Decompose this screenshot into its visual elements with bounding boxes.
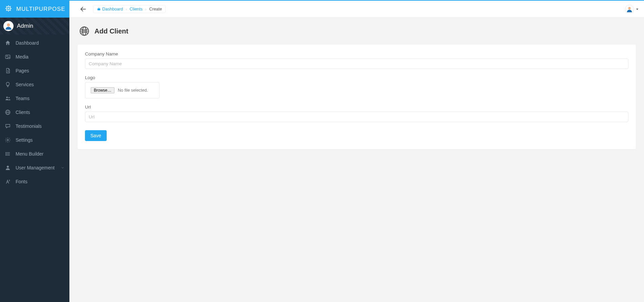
user-icon: [5, 165, 11, 171]
brand[interactable]: MULTIPURPOSE: [0, 1, 69, 18]
gear-icon: [5, 137, 11, 143]
svg-point-21: [7, 139, 9, 141]
sidebar-item-label: Menu Builder: [16, 151, 44, 157]
content: Add Client Company Name Logo Browse… No …: [69, 18, 644, 155]
sidebar-user-name: Admin: [17, 23, 33, 29]
sidebar-item-user-management[interactable]: User Management: [0, 161, 69, 175]
sidebar-item-dashboard[interactable]: Dashboard: [0, 36, 69, 50]
users-icon: [5, 95, 11, 101]
svg-point-13: [7, 56, 7, 56]
company-name-label: Company Name: [85, 51, 628, 56]
sidebar-item-menu-builder[interactable]: Menu Builder: [0, 147, 69, 161]
page-header: Add Client: [79, 26, 636, 37]
file-icon: [5, 68, 11, 74]
sidebar-item-label: Settings: [16, 137, 33, 143]
sidebar-item-label: Media: [16, 54, 28, 60]
chevron-down-icon: [61, 166, 65, 170]
breadcrumb: Dashboard › Clients › Create: [93, 5, 166, 13]
sidebar-item-services[interactable]: Services: [0, 77, 69, 91]
svg-point-16: [6, 96, 8, 98]
topbar: Dashboard › Clients › Create: [69, 1, 644, 18]
page-title: Add Client: [94, 27, 128, 35]
globe-icon: [5, 109, 11, 115]
file-status: No file selected.: [118, 88, 148, 93]
svg-point-25: [6, 152, 6, 153]
breadcrumb-dashboard[interactable]: Dashboard: [97, 7, 123, 11]
save-button[interactable]: Save: [85, 130, 107, 141]
sidebar-item-label: Services: [16, 82, 34, 87]
sidebar-item-fonts[interactable]: Fonts: [0, 175, 69, 188]
company-name-input[interactable]: [85, 59, 628, 69]
svg-marker-35: [636, 8, 638, 10]
wheel-icon: [5, 5, 16, 14]
breadcrumb-separator: ›: [145, 7, 147, 11]
list-icon: [5, 151, 11, 157]
logo-file-picker: Browse… No file selected.: [85, 82, 159, 98]
form-card: Company Name Logo Browse… No file select…: [78, 45, 636, 149]
chat-icon: [5, 123, 11, 129]
svg-rect-32: [98, 8, 100, 10]
field-logo: Logo Browse… No file selected.: [85, 75, 628, 98]
sidebar-item-label: Clients: [16, 110, 30, 115]
main: Dashboard › Clients › Create: [69, 1, 644, 302]
sidebar-item-pages[interactable]: Pages: [0, 64, 69, 77]
sidebar-item-label: User Management: [16, 165, 55, 170]
svg-point-11: [7, 23, 10, 26]
svg-point-17: [8, 97, 9, 98]
sidebar-item-testimonials[interactable]: Testimonials: [0, 119, 69, 133]
breadcrumb-label: Clients: [130, 7, 143, 11]
sidebar-user[interactable]: Admin: [0, 18, 69, 34]
svg-point-26: [6, 154, 6, 154]
caret-down-icon: [636, 8, 639, 10]
avatar: [3, 21, 14, 31]
svg-point-1: [8, 7, 9, 9]
sidebar-item-label: Fonts: [16, 179, 27, 184]
sidebar-item-teams[interactable]: Teams: [0, 91, 69, 105]
sidebar-item-settings[interactable]: Settings: [0, 133, 69, 147]
field-company-name: Company Name: [85, 51, 628, 69]
logo-label: Logo: [85, 75, 628, 80]
breadcrumb-current: Create: [149, 7, 162, 11]
svg-point-34: [628, 7, 630, 9]
image-icon: [5, 54, 11, 60]
sidebar-nav: Dashboard Media Pages Services: [0, 34, 69, 188]
sidebar-item-clients[interactable]: Clients: [0, 105, 69, 119]
sidebar: MULTIPURPOSE Admin Dashboard: [0, 1, 69, 302]
user-menu[interactable]: [625, 5, 639, 14]
sidebar-item-label: Testimonials: [16, 123, 42, 129]
globe-icon: [79, 26, 90, 37]
avatar: [625, 5, 634, 14]
field-url: Url: [85, 104, 628, 122]
breadcrumb-separator: ›: [126, 7, 127, 11]
bulb-icon: [5, 82, 11, 88]
breadcrumb-label: Dashboard: [102, 7, 123, 11]
sidebar-item-label: Teams: [16, 96, 29, 101]
browse-button[interactable]: Browse…: [91, 87, 114, 93]
briefcase-icon: [97, 7, 101, 11]
url-input[interactable]: [85, 112, 628, 122]
sidebar-item-label: Pages: [16, 68, 29, 73]
back-button[interactable]: [80, 5, 87, 13]
breadcrumb-clients[interactable]: Clients: [130, 7, 143, 11]
home-icon: [5, 40, 11, 46]
font-icon: [5, 179, 11, 185]
sidebar-item-label: Dashboard: [16, 40, 39, 46]
sidebar-item-media[interactable]: Media: [0, 50, 69, 64]
svg-point-27: [6, 155, 6, 156]
brand-name: MULTIPURPOSE: [16, 6, 65, 13]
url-label: Url: [85, 104, 628, 110]
svg-point-28: [7, 166, 9, 168]
